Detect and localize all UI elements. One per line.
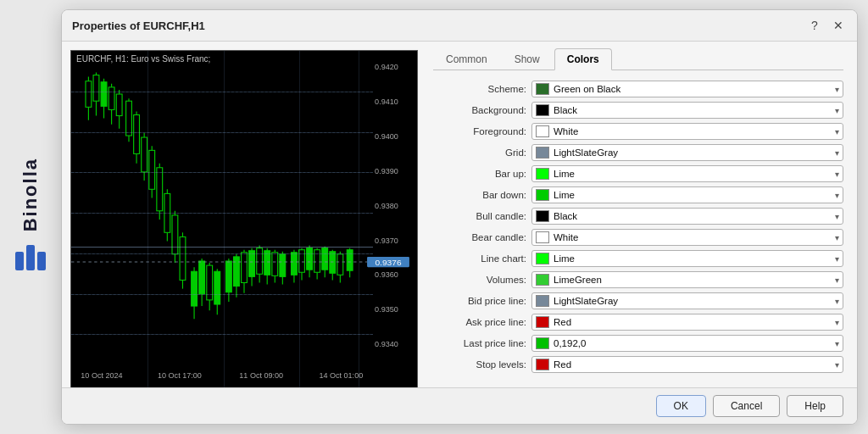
color-swatch	[536, 125, 549, 137]
color-select[interactable]: Green on Black▾	[531, 81, 843, 97]
dialog-title: Properties of EURCHF,H1	[72, 19, 205, 32]
color-label: Scheme:	[433, 84, 526, 94]
svg-rect-0	[15, 252, 24, 270]
color-select[interactable]: LightSlateGray▾	[531, 144, 843, 161]
chart-panel: EURCHF, H1: Euro vs Swiss Franc;	[62, 42, 426, 387]
color-swatch	[536, 295, 549, 307]
svg-rect-18	[142, 137, 147, 172]
color-row: Volumes:LimeGreen▾	[433, 271, 843, 288]
color-select[interactable]: Lime▾	[531, 250, 843, 267]
svg-text:0.9380: 0.9380	[375, 202, 398, 209]
color-row: Background:Black▾	[433, 102, 843, 119]
tab-show[interactable]: Show	[502, 48, 553, 70]
settings-panel: Common Show Colors Scheme:Green on Black…	[426, 42, 857, 387]
color-select[interactable]: White▾	[531, 229, 843, 246]
dialog-footer: OK Cancel Help	[62, 387, 857, 424]
sidebar: Binolla	[0, 0, 61, 434]
close-button[interactable]: ✕	[830, 17, 847, 34]
color-row: Scheme:Green on Black▾	[433, 81, 843, 97]
svg-rect-34	[207, 265, 213, 300]
cancel-button[interactable]: Cancel	[713, 395, 780, 417]
chevron-down-icon: ▾	[835, 148, 839, 158]
color-row: Stop levels:Red▾	[433, 356, 843, 373]
tab-colors[interactable]: Colors	[554, 48, 612, 70]
color-swatch	[536, 147, 549, 159]
chevron-down-icon: ▾	[835, 127, 839, 136]
color-select[interactable]: Lime▾	[531, 165, 843, 182]
color-swatch	[536, 83, 549, 95]
svg-rect-16	[134, 115, 140, 154]
svg-rect-20	[149, 150, 155, 189]
color-select[interactable]: LimeGreen▾	[531, 271, 843, 288]
chevron-down-icon: ▾	[835, 360, 839, 370]
color-select[interactable]: White▾	[531, 123, 843, 140]
color-select[interactable]: Black▾	[531, 208, 843, 225]
color-value: LightSlateGray	[554, 147, 832, 158]
color-select[interactable]: Lime▾	[531, 186, 843, 203]
svg-rect-14	[126, 101, 132, 136]
svg-text:14 Oct 01:00: 14 Oct 01:00	[319, 371, 363, 379]
svg-rect-2	[37, 252, 46, 270]
color-swatch	[536, 104, 549, 116]
svg-text:0.9410: 0.9410	[375, 98, 398, 106]
svg-rect-58	[307, 248, 313, 270]
chevron-down-icon: ▾	[835, 297, 839, 306]
color-row: Line chart:Lime▾	[433, 250, 843, 267]
svg-text:0.9420: 0.9420	[375, 64, 398, 71]
color-label: Foreground:	[433, 126, 526, 136]
dialog-window: Properties of EURCHF,H1 ? ✕ EURCHF, H1: …	[61, 9, 858, 425]
svg-rect-42	[242, 253, 248, 283]
color-swatch	[536, 253, 549, 264]
color-swatch	[536, 316, 549, 328]
color-select[interactable]: Black▾	[531, 102, 843, 119]
chart-svg: 0.9376 0.9420 0.9410 0.9400 0.9390 0.938…	[71, 51, 417, 387]
color-value: LimeGreen	[554, 275, 832, 285]
color-value: Red	[554, 317, 832, 327]
title-bar: Properties of EURCHF,H1 ? ✕	[62, 10, 857, 42]
svg-rect-36	[214, 271, 220, 304]
color-value: LightSlateGray	[554, 296, 832, 306]
color-swatch	[536, 168, 549, 180]
svg-rect-50	[272, 253, 278, 276]
color-row: Ask price line:Red▾	[433, 314, 843, 331]
svg-rect-48	[264, 251, 270, 275]
svg-rect-1	[26, 245, 35, 270]
color-value: Green on Black	[554, 84, 832, 94]
svg-rect-22	[157, 168, 163, 211]
chevron-down-icon: ▾	[835, 191, 839, 200]
color-select[interactable]: 0,192,0▾	[531, 335, 843, 352]
color-value: Black	[554, 211, 832, 221]
svg-rect-52	[280, 254, 286, 277]
help-button[interactable]: ?	[806, 17, 823, 34]
color-swatch	[536, 231, 549, 243]
color-value: Black	[554, 105, 832, 115]
svg-text:11 Oct 09:00: 11 Oct 09:00	[239, 371, 283, 379]
color-select[interactable]: Red▾	[531, 356, 843, 373]
svg-rect-64	[330, 252, 336, 274]
svg-rect-40	[234, 257, 240, 287]
color-value: Red	[554, 359, 832, 370]
color-swatch	[536, 359, 549, 370]
color-row: Bull candle:Black▾	[433, 208, 843, 225]
color-select[interactable]: LightSlateGray▾	[531, 292, 843, 309]
chart-container: EURCHF, H1: Euro vs Swiss Franc;	[70, 50, 418, 387]
svg-rect-54	[292, 253, 298, 275]
color-value: White	[554, 232, 832, 242]
tab-common[interactable]: Common	[433, 48, 500, 70]
svg-rect-26	[172, 215, 178, 254]
color-label: Bar up:	[433, 169, 526, 179]
color-row: Bar up:Lime▾	[433, 165, 843, 182]
help-footer-button[interactable]: Help	[787, 395, 843, 417]
svg-rect-66	[337, 254, 343, 275]
color-label: Line chart:	[433, 253, 526, 264]
chevron-down-icon: ▾	[835, 318, 839, 327]
ok-button[interactable]: OK	[656, 395, 706, 417]
color-select[interactable]: Red▾	[531, 314, 843, 331]
color-label: Stop levels:	[433, 359, 526, 370]
color-label: Bid price line:	[433, 296, 526, 306]
color-value: Lime	[554, 253, 832, 264]
chevron-down-icon: ▾	[835, 275, 839, 285]
color-value: White	[554, 126, 832, 136]
color-swatch	[536, 337, 549, 349]
color-label: Bull candle:	[433, 211, 526, 221]
